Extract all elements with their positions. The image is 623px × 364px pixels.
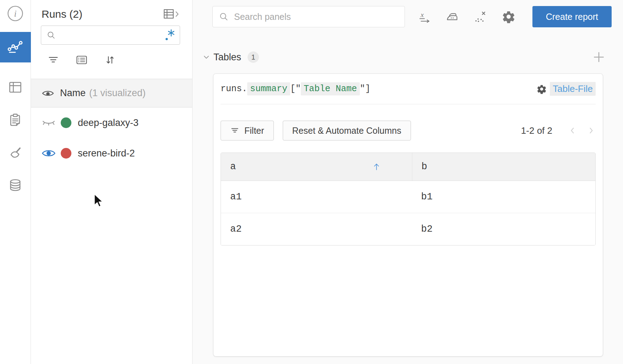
expression-token-summary: summary [247,82,290,95]
rail-item-table[interactable] [0,79,31,95]
run-search-box [41,26,180,45]
regex-icon[interactable] [164,28,175,42]
table-row: a2 b2 [221,213,595,245]
database-icon [7,177,23,193]
sort-ascending-icon[interactable] [372,162,381,172]
x-axis-icon[interactable]: x [418,10,431,23]
line-chart-icon [7,39,23,55]
table-panel-card: runs.summary["Table Name"] Table-File F [213,73,603,357]
rail-item-sweeps[interactable] [0,145,31,160]
run-name: deep-galaxy-3 [78,117,139,128]
column-header-a[interactable]: a [221,153,412,181]
panel-search-input[interactable] [234,12,399,22]
runs-table-toggle-icon[interactable] [163,8,180,21]
expression-prefix: runs. [221,84,247,94]
table-header-row: a b [221,153,595,181]
info-icon: i [7,5,24,22]
table-row: a1 b1 [221,181,595,213]
run-name: serene-bird-2 [78,148,135,159]
expression-bracket-open: [" [290,84,301,94]
search-icon [46,30,56,40]
create-report-button[interactable]: Create report [532,6,612,27]
rail-item-logs[interactable] [0,112,31,128]
chevron-down-icon[interactable] [202,53,211,61]
search-icon [218,11,229,22]
column-b-label: b [422,161,427,172]
icon-rail: i [0,0,31,364]
filter-button-label: Filter [244,126,264,136]
next-page-icon[interactable] [586,126,596,135]
runs-column-label: Name [60,88,86,99]
tables-section-header: Tables 1 [202,50,605,64]
eye-closed-icon[interactable] [42,117,59,128]
panel-expression[interactable]: runs.summary["Table Name"] [221,84,370,94]
filter-button[interactable]: Filter [221,121,274,140]
sort-runs-icon[interactable] [104,54,116,66]
section-count-badge: 1 [248,51,259,63]
expression-bracket-close: "] [360,84,370,94]
table-layout-icon [7,79,23,95]
add-panel-icon[interactable] [592,51,605,64]
section-title: Tables [213,52,241,63]
visualized-count: (1 visualized) [89,88,146,99]
smoothing-iron-icon[interactable] [445,10,459,23]
workspace-settings-icons: x [418,10,516,24]
run-color-dot [61,148,71,159]
outliers-scatter-icon[interactable] [473,10,487,23]
rail-item-info[interactable]: i [0,5,31,22]
table-cell: b1 [412,181,595,213]
runs-toolbar [47,54,192,66]
runs-list-header[interactable]: Name (1 visualized) [31,79,192,107]
pagination-label: 1-2 of 2 [521,125,552,136]
svg-text:x: x [420,11,424,18]
panel-search-box [212,6,405,27]
run-color-dot [61,117,71,128]
data-table: a b a1 b1 a2 b2 [221,153,596,246]
table-cell: b2 [412,213,595,245]
pagination: 1-2 of 2 [521,125,596,136]
table-cell: a1 [221,181,412,213]
runs-sidebar: Runs (2) [31,0,193,364]
table-toolbar: Filter Reset & Automate Columns 1-2 of 2 [221,121,596,140]
clipboard-icon [7,112,23,128]
reset-automate-columns-button[interactable]: Reset & Automate Columns [283,121,411,140]
column-a-label: a [230,161,236,172]
runs-title: Runs (2) [42,8,82,20]
expression-token-key: Table Name [301,82,360,95]
broom-icon [7,145,23,160]
panel-config-gear-icon[interactable] [536,84,547,94]
eye-open-icon[interactable] [42,148,59,159]
filter-runs-icon[interactable] [47,54,59,66]
filter-icon [230,126,239,135]
run-row-deep-galaxy-3[interactable]: deep-galaxy-3 [31,107,192,138]
panel-type-link[interactable]: Table-File [550,82,596,96]
settings-gear-icon[interactable] [502,10,516,24]
run-row-serene-bird-2[interactable]: serene-bird-2 [31,138,192,169]
visibility-eye-icon[interactable] [42,88,54,98]
rail-item-workspace[interactable] [0,32,31,62]
rail-item-artifacts[interactable] [0,177,31,193]
workspace-topbar: x [212,6,612,27]
table-cell: a2 [221,213,412,245]
column-header-b[interactable]: b [412,153,595,181]
panel-expression-bar: runs.summary["Table Name"] Table-File [221,74,596,104]
group-runs-icon[interactable] [76,54,88,66]
reset-button-label: Reset & Automate Columns [292,126,401,136]
run-search-input[interactable] [60,30,164,40]
previous-page-icon[interactable] [568,126,577,135]
workspace-main: x [193,0,623,364]
svg-text:i: i [14,9,16,19]
